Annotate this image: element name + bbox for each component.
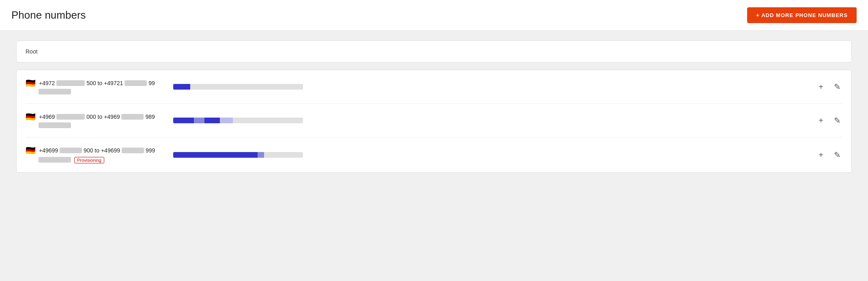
blurred-1b xyxy=(125,80,147,86)
root-card: Root xyxy=(16,41,852,62)
blurred-3b xyxy=(122,148,144,153)
blurred-sub-2 xyxy=(39,122,71,128)
bar-seg-2a xyxy=(173,118,194,123)
plus-icon-2: + xyxy=(819,116,823,124)
content-area: Root 🇩🇪 +4972 500 to +49721 99 xyxy=(0,31,868,182)
number-main-2: 🇩🇪 +4969 000 to +4969 989 xyxy=(26,113,163,121)
blurred-3a xyxy=(60,148,82,153)
prefix-3: +49699 xyxy=(39,147,58,154)
flag-icon-2: 🇩🇪 xyxy=(26,113,36,121)
edit-icon-3: ✎ xyxy=(834,151,841,159)
row-actions-2: + ✎ xyxy=(817,115,842,126)
bar-seg-2b xyxy=(194,118,204,123)
blurred-1a xyxy=(56,80,85,86)
bar-segment-blue-1 xyxy=(173,84,190,90)
number-info-3: 🇩🇪 +49699 900 to +49699 999 Provisioning xyxy=(26,146,163,163)
middle-3: 900 to +49699 xyxy=(84,147,120,154)
provisioning-badge: Provisioning xyxy=(74,157,104,163)
number-info-2: 🇩🇪 +4969 000 to +4969 989 xyxy=(26,113,163,128)
number-text-3: +49699 900 to +49699 999 xyxy=(39,147,155,154)
flag-icon-3: 🇩🇪 xyxy=(26,146,36,154)
root-label: Root xyxy=(26,48,38,55)
page-container: Phone numbers + ADD MORE PHONE NUMBERS R… xyxy=(0,0,868,281)
edit-button-row1[interactable]: ✎ xyxy=(832,81,842,92)
table-row: 🇩🇪 +4972 500 to +49721 99 xyxy=(26,70,842,104)
suffix-3: 999 xyxy=(146,147,155,154)
bar-seg-2c xyxy=(204,118,220,123)
bar-seg-3a xyxy=(173,152,258,158)
row-actions-1: + ✎ xyxy=(817,81,842,92)
edit-icon-1: ✎ xyxy=(834,83,841,91)
table-row: 🇩🇪 +49699 900 to +49699 999 Provisioning xyxy=(26,137,842,172)
blurred-sub-3 xyxy=(39,157,71,163)
number-text-2: +4969 000 to +4969 989 xyxy=(39,114,155,120)
middle-2: 000 to +4969 xyxy=(86,114,120,120)
suffix-1: 99 xyxy=(148,80,155,86)
progress-bar-1 xyxy=(173,84,303,90)
prefix-2: +4969 xyxy=(39,114,55,120)
page-header: Phone numbers + ADD MORE PHONE NUMBERS xyxy=(0,0,868,31)
add-button-row1[interactable]: + xyxy=(817,81,825,92)
edit-button-row3[interactable]: ✎ xyxy=(832,149,842,161)
page-title: Phone numbers xyxy=(11,9,86,21)
bar-area-1 xyxy=(173,84,799,90)
add-button-row2[interactable]: + xyxy=(817,115,825,126)
bar-area-3 xyxy=(173,152,799,158)
edit-button-row2[interactable]: ✎ xyxy=(832,115,842,126)
row-actions-3: + ✎ xyxy=(817,149,842,161)
plus-icon-3: + xyxy=(819,151,823,159)
plus-icon-1: + xyxy=(819,83,823,91)
progress-bar-3 xyxy=(173,152,303,158)
number-info-1: 🇩🇪 +4972 500 to +49721 99 xyxy=(26,79,163,94)
number-text-1: +4972 500 to +49721 99 xyxy=(39,80,155,86)
bar-seg-3b xyxy=(258,152,264,158)
blurred-2b xyxy=(121,114,144,120)
add-phone-numbers-button[interactable]: + ADD MORE PHONE NUMBERS xyxy=(747,7,857,23)
numbers-card: 🇩🇪 +4972 500 to +49721 99 xyxy=(16,70,852,173)
suffix-2: 989 xyxy=(145,114,155,120)
progress-bar-2 xyxy=(173,118,303,123)
add-button-row3[interactable]: + xyxy=(817,149,825,161)
bar-area-2 xyxy=(173,118,799,123)
bar-seg-2d xyxy=(220,118,233,123)
number-main-1: 🇩🇪 +4972 500 to +49721 99 xyxy=(26,79,163,87)
middle-1: 500 to +49721 xyxy=(86,80,123,86)
prefix-1: +4972 xyxy=(39,80,55,86)
blurred-2a xyxy=(56,114,85,120)
edit-icon-2: ✎ xyxy=(834,116,841,124)
table-row: 🇩🇪 +4969 000 to +4969 989 xyxy=(26,104,842,137)
flag-icon-1: 🇩🇪 xyxy=(26,79,36,87)
number-main-3: 🇩🇪 +49699 900 to +49699 999 xyxy=(26,146,163,154)
blurred-sub-1 xyxy=(39,89,71,94)
